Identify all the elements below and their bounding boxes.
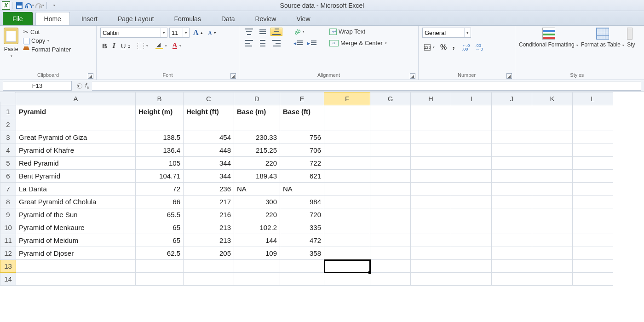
cell-D4[interactable]: 215.25 (234, 144, 280, 157)
insert-function-button[interactable]: fx (85, 82, 89, 90)
cell-B10[interactable]: 65 (136, 221, 184, 234)
cell-L8[interactable] (573, 196, 613, 208)
cell-B4[interactable]: 136.4 (136, 144, 184, 157)
number-format-input[interactable] (423, 28, 464, 37)
qat-customize-button[interactable]: ▾ (49, 1, 59, 10)
row-header-10[interactable]: 10 (0, 221, 16, 234)
cell-A4[interactable]: Pyramid of Khafre (16, 144, 136, 157)
cell-styles-button-partial[interactable]: Sty (627, 28, 635, 48)
cell-A13[interactable] (16, 260, 136, 273)
cell-I7[interactable] (451, 183, 492, 196)
fill-color-button[interactable]: ▾ (154, 42, 169, 50)
row-header-5[interactable]: 5 (0, 157, 16, 170)
cell-K2[interactable] (532, 118, 573, 131)
format-painter-button[interactable]: Format Painter (21, 46, 73, 53)
cell-I10[interactable] (451, 221, 492, 234)
align-bottom-button[interactable] (270, 28, 282, 36)
cell-J1[interactable] (492, 105, 532, 118)
cell-H3[interactable] (411, 131, 451, 144)
cell-I4[interactable] (451, 144, 492, 157)
row-header-7[interactable]: 7 (0, 183, 16, 196)
cell-D13[interactable] (234, 260, 280, 273)
paste-button[interactable]: Paste ▾ (4, 28, 18, 58)
cell-F10[interactable] (324, 221, 370, 234)
cell-D11[interactable]: 144 (234, 234, 280, 247)
cell-C9[interactable]: 216 (184, 208, 234, 221)
cell-K11[interactable] (532, 234, 573, 247)
cell-E2[interactable] (280, 118, 324, 131)
cell-E3[interactable]: 756 (280, 131, 324, 144)
cell-C12[interactable]: 205 (184, 247, 234, 260)
increase-decimal-button[interactable] (460, 43, 472, 52)
cell-C6[interactable]: 344 (184, 170, 234, 183)
cell-I8[interactable] (451, 196, 492, 208)
cell-D1[interactable]: Base (m) (234, 105, 280, 118)
col-header-L[interactable]: L (573, 92, 613, 105)
row-header-8[interactable]: 8 (0, 196, 16, 208)
cell-K9[interactable] (532, 208, 573, 221)
cell-B3[interactable]: 138.5 (136, 131, 184, 144)
tab-formulas[interactable]: Formulas (166, 12, 210, 25)
font-color-button[interactable]: A▾ (171, 42, 184, 50)
cell-G10[interactable] (370, 221, 411, 234)
col-header-H[interactable]: H (411, 92, 451, 105)
underline-dropdown-icon[interactable]: ▾ (128, 44, 130, 48)
cell-L11[interactable] (573, 234, 613, 247)
cell-I12[interactable] (451, 247, 492, 260)
cell-B8[interactable]: 66 (136, 196, 184, 208)
cell-J9[interactable] (492, 208, 532, 221)
cell-I11[interactable] (451, 234, 492, 247)
cell-K13[interactable] (532, 260, 573, 273)
paste-dropdown-icon[interactable]: ▾ (11, 54, 12, 58)
cell-F12[interactable] (324, 247, 370, 260)
cell-L5[interactable] (573, 157, 613, 170)
align-left-button[interactable] (243, 40, 255, 47)
fill-color-dropdown-icon[interactable]: ▾ (165, 44, 167, 48)
col-header-K[interactable]: K (532, 92, 573, 105)
cut-button[interactable]: ✂Cut (21, 28, 73, 36)
cell-F3[interactable] (324, 131, 370, 144)
cell-C4[interactable]: 448 (184, 144, 234, 157)
cell-I5[interactable] (451, 157, 492, 170)
accounting-dropdown-icon[interactable]: ▾ (433, 46, 435, 49)
cell-H8[interactable] (411, 196, 451, 208)
increase-indent-button[interactable] (306, 40, 318, 47)
row-header-13[interactable]: 13 (0, 260, 16, 273)
accounting-format-button[interactable]: ▾ (422, 44, 437, 51)
cell-L10[interactable] (573, 221, 613, 234)
cell-D7[interactable]: NA (234, 183, 280, 196)
cell-D5[interactable]: 220 (234, 157, 280, 170)
copy-dropdown-icon[interactable]: ▾ (47, 39, 49, 43)
merge-dropdown-icon[interactable]: ▾ (385, 41, 387, 45)
merge-center-button[interactable]: Merge & Center▾ (328, 39, 389, 47)
cell-B6[interactable]: 104.71 (136, 170, 184, 183)
cell-F7[interactable] (324, 183, 370, 196)
row-header-2[interactable]: 2 (0, 118, 16, 131)
cell-F5[interactable] (324, 157, 370, 170)
col-header-F[interactable]: F (324, 92, 370, 105)
cell-J5[interactable] (492, 157, 532, 170)
cell-E7[interactable]: NA (280, 183, 324, 196)
format-as-table-button[interactable]: Format as Table ▾ (581, 28, 624, 48)
wrap-text-button[interactable]: Wrap Text (328, 28, 389, 35)
cell-C3[interactable]: 454 (184, 131, 234, 144)
cell-G5[interactable] (370, 157, 411, 170)
cell-H5[interactable] (411, 157, 451, 170)
cell-K12[interactable] (532, 247, 573, 260)
cell-G6[interactable] (370, 170, 411, 183)
cell-G11[interactable] (370, 234, 411, 247)
cell-K14[interactable] (532, 273, 573, 286)
italic-button[interactable]: I (111, 41, 117, 50)
align-middle-button[interactable] (257, 28, 269, 35)
col-header-J[interactable]: J (492, 92, 532, 105)
font-name-input[interactable] (101, 28, 161, 37)
border-button[interactable]: ▾ (136, 42, 150, 50)
cell-A3[interactable]: Great Pyramid of Giza (16, 131, 136, 144)
align-center-button[interactable] (257, 40, 269, 47)
cell-G12[interactable] (370, 247, 411, 260)
align-right-button[interactable] (270, 40, 282, 47)
cell-I3[interactable] (451, 131, 492, 144)
cell-J3[interactable] (492, 131, 532, 144)
cell-F9[interactable] (324, 208, 370, 221)
row-header-12[interactable]: 12 (0, 247, 16, 260)
